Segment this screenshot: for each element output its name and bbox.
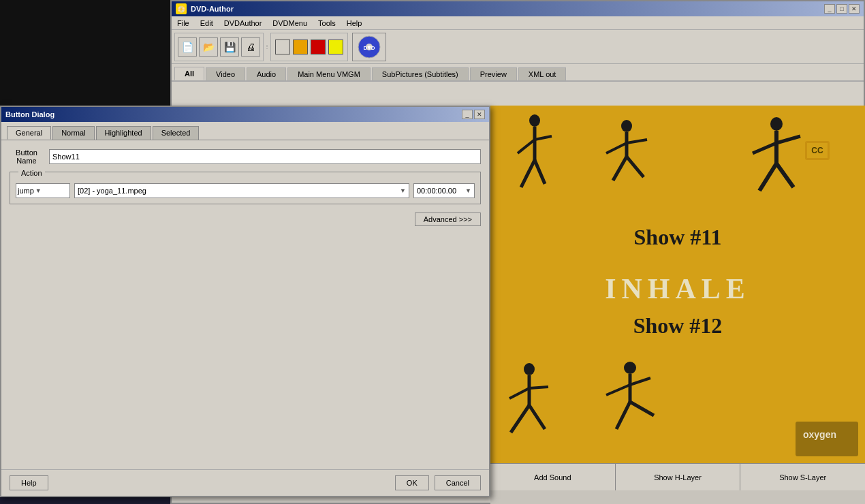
svg-point-28 [624,362,636,374]
show-h-layer-button[interactable]: Show H-Layer [616,464,741,490]
color-toolbar [270,33,348,61]
button-name-input[interactable] [49,149,481,164]
menu-file[interactable]: File [174,19,192,27]
logo-area: oxygen [796,422,858,456]
dialog-tab-highlighted[interactable]: Highlighted [96,126,151,140]
app-icon: 📀 [176,3,187,14]
title-buttons: _ □ ✕ [824,4,860,14]
dialog-title-buttons: _ ✕ [462,110,485,119]
action-target-select[interactable]: [02] - yoga_11.mpeg ▼ [74,183,409,198]
svg-text:oxygen: oxygen [803,429,836,440]
preview-panel: CC Show #11 INHALE Show #12 [490,106,865,504]
toolbar-divider-1: ⋮ [265,44,269,50]
figure-top-center [599,119,654,194]
print-button[interactable]: 🖨 [241,37,260,57]
menu-bar: File Edit DVDAuthor DVDMenu Tools Help [172,16,864,30]
action-row: jump ▼ [02] - yoga_11.mpeg ▼ 00:00:00.00… [16,183,475,198]
svg-point-4 [529,114,540,127]
svg-line-19 [776,136,800,143]
show-s-layer-button[interactable]: Show S-Layer [740,464,865,490]
dvd-button[interactable]: DVD [352,33,386,61]
button-dialog: Button Dialog _ ✕ General Normal Highlig… [0,106,490,497]
figure-top-right [742,116,811,204]
svg-line-12 [606,143,627,153]
menu-tools[interactable]: Tools [315,19,339,27]
svg-line-27 [529,405,545,429]
dialog-title: Button Dialog [5,110,54,119]
preview-buttons: Add Sound Show H-Layer Show S-Layer [490,463,865,490]
action-type-arrow: ▼ [35,187,42,194]
svg-point-10 [621,120,632,132]
svg-line-20 [759,163,776,191]
svg-line-30 [606,385,630,395]
advanced-button[interactable]: Advanced >>> [415,212,481,226]
tab-all[interactable]: All [174,67,204,80]
svg-line-15 [627,157,644,177]
dialog-tab-general[interactable]: General [7,126,51,140]
oxygen-logo: oxygen [800,424,854,452]
color-none-button[interactable] [275,40,290,54]
svg-line-25 [529,387,548,388]
svg-point-22 [524,363,535,375]
show12-text: Show #12 [633,313,723,338]
action-time-input[interactable]: 00:00:00.00 ▼ [413,183,475,198]
title-bar: 📀 DVD-Author _ □ ✕ [172,1,864,16]
dialog-minimize-button[interactable]: _ [462,110,473,119]
svg-line-14 [613,157,627,180]
action-target-arrow: ▼ [400,187,406,194]
action-time-arrow: ▼ [465,187,471,194]
figure-top-left [511,112,559,201]
dialog-title-bar: Button Dialog _ ✕ [1,107,489,122]
file-tools: 📄 📂 💾 🖨 [174,33,264,61]
tab-audio[interactable]: Audio [247,67,286,80]
dialog-footer: Help OK Cancel [1,469,489,496]
preview-image: CC Show #11 INHALE Show #12 [490,106,865,463]
menu-dvdauthor[interactable]: DVDAuthor [221,19,265,27]
tabs-row: All Video Audio Main Menu VMGM SubPictur… [172,64,864,82]
cancel-button[interactable]: Cancel [435,475,481,490]
inhale-text: INHALE [605,272,751,305]
dialog-tab-normal[interactable]: Normal [52,126,94,140]
svg-line-31 [630,378,650,385]
svg-line-33 [630,402,654,415]
tab-main-menu-vmgm[interactable]: Main Menu VMGM [287,67,371,80]
color-yellow-button[interactable] [328,40,343,54]
svg-line-26 [511,405,529,432]
dvd-icon: DVD [356,35,383,59]
minimize-button[interactable]: _ [824,4,835,14]
show11-text: Show #11 [634,225,722,250]
ok-button[interactable]: OK [395,475,429,490]
new-button[interactable]: 📄 [178,37,197,57]
tab-subpictures[interactable]: SubPictures (Subtitles) [372,67,469,80]
help-button[interactable]: Help [10,475,48,490]
dialog-tabs: General Normal Highlighted Selected [1,122,489,140]
background-dark [0,0,170,106]
action-type-select[interactable]: jump ▼ [16,183,70,198]
maximize-button[interactable]: □ [836,4,847,14]
tab-preview[interactable]: Preview [470,67,517,80]
toolbar: 📄 📂 💾 🖨 ⋮ DVD [172,30,864,64]
svg-point-16 [770,117,783,131]
title-bar-left: 📀 DVD-Author [176,3,234,14]
open-button[interactable]: 📂 [199,37,218,57]
dialog-close-button[interactable]: ✕ [474,110,485,119]
footer-right: OK Cancel [395,475,481,490]
app-title: DVD-Author [191,5,234,13]
color-orange-button[interactable] [293,40,308,54]
button-name-label: Button Name [10,148,44,165]
color-red-button[interactable] [311,40,326,54]
button-name-row: Button Name [10,148,481,165]
add-sound-button[interactable]: Add Sound [490,464,616,490]
menu-dvdmenu[interactable]: DVDMenu [270,19,310,27]
figure-bottom-left [504,361,555,443]
svg-line-9 [535,160,545,184]
action-group-label: Action [18,169,45,177]
close-button[interactable]: ✕ [849,4,860,14]
menu-help[interactable]: Help [344,19,365,27]
dialog-tab-selected[interactable]: Selected [153,126,200,140]
save-button[interactable]: 💾 [220,37,239,57]
figure-bottom-center [596,361,664,450]
tab-xml-out[interactable]: XML out [518,67,567,80]
tab-video[interactable]: Video [206,67,245,80]
menu-edit[interactable]: Edit [198,19,216,27]
